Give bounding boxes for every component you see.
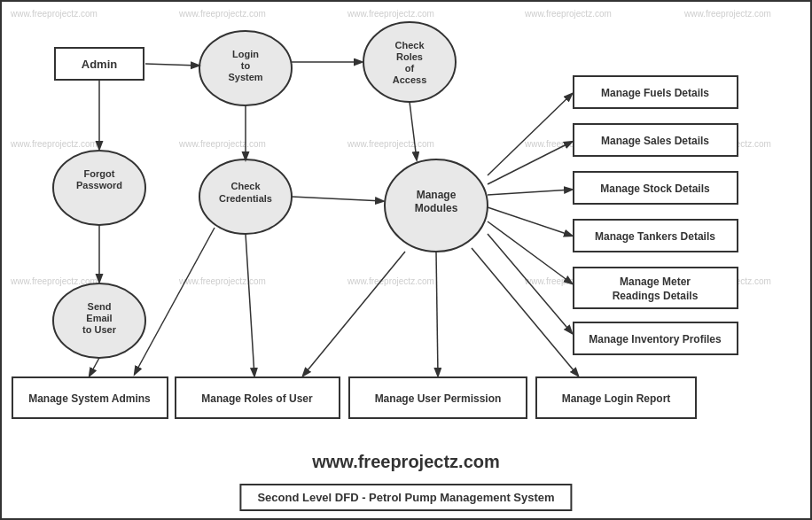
svg-text:Manage Sales Details: Manage Sales Details xyxy=(601,135,709,147)
svg-text:Manage Roles of User: Manage Roles of User xyxy=(201,392,313,405)
svg-text:Access: Access xyxy=(393,74,427,85)
svg-text:Password: Password xyxy=(76,180,122,190)
svg-text:Manage Stock Details: Manage Stock Details xyxy=(600,182,710,195)
svg-line-62 xyxy=(135,228,215,374)
svg-text:Manage: Manage xyxy=(417,189,457,201)
svg-text:Manage Fuels Details: Manage Fuels Details xyxy=(601,87,709,99)
svg-line-45 xyxy=(145,64,199,66)
svg-text:Forgot: Forgot xyxy=(84,168,115,179)
diagram-svg: Admin Login to System Check Roles of Acc… xyxy=(2,2,812,480)
svg-line-61 xyxy=(90,358,99,376)
svg-text:Admin: Admin xyxy=(82,58,118,71)
svg-text:Check: Check xyxy=(230,181,261,191)
bottom-label: Second Level DFD - Petrol Pump Managemen… xyxy=(239,484,572,511)
svg-point-6 xyxy=(363,22,456,102)
svg-line-60 xyxy=(472,248,578,376)
svg-text:Login: Login xyxy=(232,49,259,59)
svg-line-63 xyxy=(246,234,254,376)
website-text: www.freeprojectz.com xyxy=(2,452,810,472)
svg-line-48 xyxy=(410,102,417,159)
diagram-container: www.freeprojectz.com www.freeprojectz.co… xyxy=(0,0,812,520)
svg-text:Roles: Roles xyxy=(396,51,423,62)
svg-line-59 xyxy=(436,252,438,376)
svg-line-58 xyxy=(303,252,405,376)
svg-text:Manage System Admins: Manage System Admins xyxy=(28,392,151,405)
svg-text:Check: Check xyxy=(394,40,425,50)
svg-line-50 xyxy=(292,197,383,201)
svg-text:to User: to User xyxy=(82,324,117,335)
svg-line-54 xyxy=(488,190,572,195)
svg-text:Manage Meter: Manage Meter xyxy=(620,276,691,288)
svg-text:Readings Details: Readings Details xyxy=(613,290,699,302)
svg-text:Modules: Modules xyxy=(415,202,458,214)
svg-rect-32 xyxy=(574,268,738,308)
svg-text:Credentials: Credentials xyxy=(219,193,272,204)
svg-text:Send: Send xyxy=(88,301,112,312)
svg-text:to: to xyxy=(241,60,251,71)
svg-text:Manage Inventory Profiles: Manage Inventory Profiles xyxy=(589,333,722,345)
svg-text:Manage User Permission: Manage User Permission xyxy=(375,392,502,405)
svg-text:Manage Login Report: Manage Login Report xyxy=(562,392,671,405)
svg-text:of: of xyxy=(405,63,415,74)
svg-text:System: System xyxy=(228,72,262,82)
svg-text:Manage Tankers Details: Manage Tankers Details xyxy=(595,230,715,243)
svg-text:Email: Email xyxy=(86,313,112,323)
